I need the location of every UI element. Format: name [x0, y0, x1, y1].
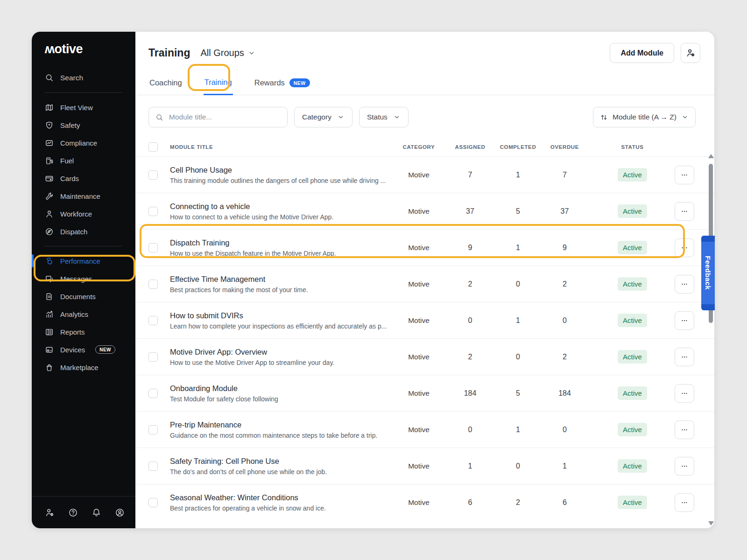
- sidebar-item-compliance[interactable]: Compliance: [32, 134, 135, 152]
- feedback-tab[interactable]: Feedback: [701, 236, 715, 310]
- sidebar-item-dispatch[interactable]: Dispatch: [32, 223, 135, 240]
- sidebar-footer: [32, 496, 135, 528]
- scroll-down-arrow[interactable]: [708, 521, 714, 525]
- ellipsis-icon: [681, 390, 688, 397]
- table-row[interactable]: Effective Time Management Best practices…: [135, 266, 714, 302]
- module-table: Cell Phone Usage This training module ou…: [135, 156, 714, 520]
- table-row[interactable]: Motive Driver App: Overview How to use t…: [135, 339, 714, 375]
- sidebar-item-cards[interactable]: Cards: [32, 169, 135, 187]
- table-row[interactable]: Onboarding Module Test Module for safety…: [135, 375, 714, 412]
- fuel-icon: [45, 156, 54, 165]
- sidebar-item-fleet-view[interactable]: Fleet View: [32, 98, 135, 116]
- help-icon[interactable]: [68, 508, 78, 518]
- module-title-cell: Connecting to a vehicle How to connect t…: [170, 202, 391, 221]
- row-checkbox[interactable]: [148, 207, 158, 216]
- sidebar-item-messages[interactable]: Messages: [32, 270, 135, 287]
- category-cell: Motive: [391, 426, 447, 434]
- sidebar-divider: [45, 92, 122, 93]
- row-checkbox[interactable]: [148, 352, 158, 362]
- module-title-cell: Pre-trip Maintenance Guidance on the mos…: [170, 420, 391, 439]
- sidebar-item-marketplace[interactable]: Marketplace: [32, 358, 135, 376]
- status-cell: Active: [606, 277, 659, 291]
- status-badge: Active: [618, 350, 647, 364]
- category-cell: Motive: [391, 207, 447, 216]
- action-cell: [659, 311, 694, 330]
- sidebar-nav-secondary: Performance Messages Documents Analytics…: [32, 252, 135, 376]
- table-row[interactable]: Seasonal Weather: Winter Conditions Best…: [135, 484, 714, 520]
- table-row[interactable]: Pre-trip Maintenance Guidance on the mos…: [135, 412, 714, 448]
- action-cell: [659, 457, 694, 476]
- table-row[interactable]: Safety Training: Cell Phone Use The do's…: [135, 448, 714, 484]
- scroll-up-arrow[interactable]: [708, 154, 714, 158]
- sidebar-item-documents[interactable]: Documents: [32, 287, 135, 305]
- action-cell: [659, 348, 694, 366]
- action-cell: [659, 202, 694, 221]
- overdue-cell: 9: [543, 244, 587, 252]
- tab-rewards[interactable]: Rewards NEW: [254, 74, 311, 95]
- row-checkbox[interactable]: [148, 389, 158, 398]
- status-cell: Active: [606, 350, 659, 364]
- column-header-module-title: MODULE TITLE: [170, 144, 391, 150]
- completed-cell: 1: [493, 244, 543, 252]
- analytics-icon: [45, 310, 54, 319]
- filter-row: Category Status Module title (A → Z): [135, 107, 714, 127]
- row-actions-button[interactable]: [675, 493, 694, 512]
- row-actions-button[interactable]: [675, 166, 694, 184]
- sort-selector[interactable]: Module title (A → Z): [593, 107, 696, 127]
- status-cell: Active: [606, 459, 659, 473]
- category-cell: Motive: [391, 244, 447, 252]
- row-actions-button[interactable]: [675, 238, 694, 257]
- row-actions-button[interactable]: [675, 275, 694, 294]
- table-row[interactable]: How to submit DVIRs Learn how to complet…: [135, 302, 714, 339]
- row-checkbox[interactable]: [148, 462, 158, 471]
- overdue-cell: 0: [543, 316, 587, 325]
- sidebar-item-performance[interactable]: Performance: [32, 252, 135, 270]
- assigned-cell: 184: [447, 389, 493, 398]
- table-row[interactable]: Connecting to a vehicle How to connect t…: [135, 193, 714, 230]
- row-actions-button[interactable]: [675, 348, 694, 366]
- row-checkbox[interactable]: [148, 316, 158, 325]
- sidebar-item-devices[interactable]: Devices NEW: [32, 341, 135, 358]
- sidebar-item-safety[interactable]: Safety: [32, 116, 135, 134]
- category-filter[interactable]: Category: [294, 107, 352, 127]
- sidebar-item-maintenance[interactable]: Maintenance: [32, 187, 135, 205]
- row-actions-button[interactable]: [675, 384, 694, 403]
- chevron-down-icon: [248, 49, 255, 57]
- notifications-icon[interactable]: [92, 508, 101, 518]
- tab-coaching[interactable]: Coaching: [148, 74, 183, 95]
- table-row[interactable]: Cell Phone Usage This training module ou…: [135, 157, 714, 193]
- overdue-cell: 2: [543, 280, 587, 288]
- module-title: Safety Training: Cell Phone Use: [170, 457, 391, 466]
- assigned-cell: 37: [447, 207, 493, 216]
- row-checkbox[interactable]: [148, 170, 158, 180]
- select-all-checkbox[interactable]: [148, 142, 158, 152]
- tab-training[interactable]: Training: [204, 74, 233, 95]
- module-search-input[interactable]: [168, 112, 281, 122]
- sidebar-item-analytics[interactable]: Analytics: [32, 305, 135, 323]
- row-checkbox[interactable]: [148, 243, 158, 252]
- sidebar-item-search[interactable]: Search: [32, 69, 135, 87]
- status-filter[interactable]: Status: [359, 107, 409, 127]
- row-checkbox[interactable]: [148, 425, 158, 434]
- table-row[interactable]: Dispatch Training How to use the Dispatc…: [135, 230, 714, 266]
- row-actions-button[interactable]: [675, 457, 694, 476]
- search-icon: [45, 73, 54, 82]
- sidebar-item-fuel[interactable]: Fuel: [32, 152, 135, 169]
- assign-settings-button[interactable]: [681, 43, 700, 63]
- category-cell: Motive: [391, 389, 447, 398]
- assigned-cell: 0: [447, 316, 493, 325]
- row-checkbox[interactable]: [148, 280, 158, 289]
- add-module-button[interactable]: Add Module: [610, 43, 674, 63]
- row-actions-button[interactable]: [675, 311, 694, 330]
- sidebar-item-workforce[interactable]: Workforce: [32, 205, 135, 223]
- sidebar-item-label: Workforce: [60, 210, 92, 218]
- status-badge: Active: [618, 241, 647, 254]
- row-checkbox[interactable]: [148, 498, 158, 507]
- sidebar-item-reports[interactable]: Reports: [32, 323, 135, 341]
- row-actions-button[interactable]: [675, 202, 694, 221]
- module-search-box[interactable]: [148, 107, 288, 127]
- group-selector[interactable]: All Groups: [200, 48, 255, 58]
- row-actions-button[interactable]: [675, 420, 694, 439]
- user-settings-icon[interactable]: [45, 508, 55, 518]
- account-icon[interactable]: [115, 508, 125, 518]
